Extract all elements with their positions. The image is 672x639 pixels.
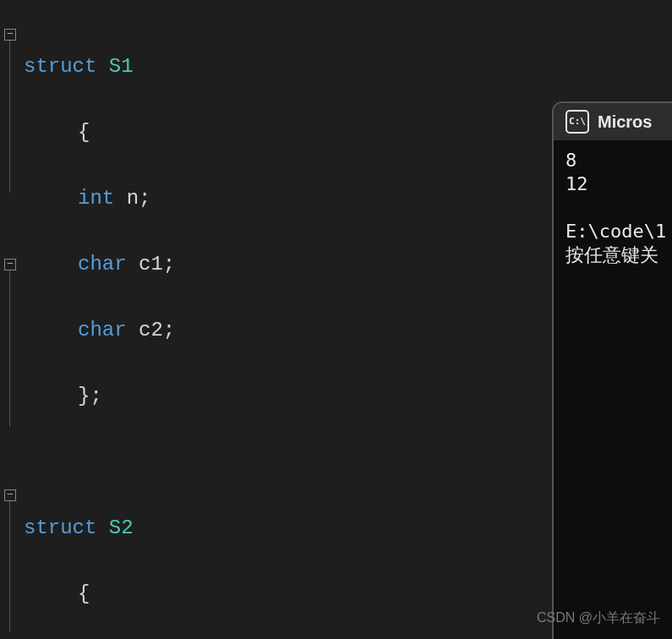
watermark: CSDN @小羊在奋斗	[537, 601, 660, 634]
tok-type-kw: char	[78, 253, 127, 276]
tok-keyword: struct	[24, 55, 96, 78]
fold-toggle-s2[interactable]: −	[4, 259, 16, 270]
tok-keyword: struct	[24, 516, 96, 539]
tok-type: S1	[109, 55, 134, 78]
out-line: 12	[565, 173, 588, 194]
tok-brace: {	[78, 121, 90, 144]
out-line: E:\code\1	[565, 221, 666, 242]
tok-type: S2	[109, 516, 134, 539]
out-line: 8	[565, 150, 576, 171]
tok-type-kw: char	[78, 319, 127, 341]
fold-toggle-main[interactable]: −	[4, 489, 16, 501]
fold-toggle-s1[interactable]: −	[4, 29, 16, 41]
fold-gutter: − − −	[0, 0, 20, 639]
tok-ident: c2	[139, 319, 163, 341]
tok-semi: ;	[163, 253, 175, 276]
tok-ident: n	[127, 187, 139, 210]
tok-brace: };	[78, 385, 102, 407]
fold-bar	[9, 41, 10, 193]
tok-semi: ;	[139, 187, 150, 210]
code-line: struct S1	[24, 50, 672, 83]
tok-type-kw: int	[78, 187, 114, 210]
terminal-output: 8 12 E:\code\1 按任意键关	[554, 140, 672, 267]
tok-brace: {	[78, 582, 90, 605]
out-line: 按任意键关	[565, 244, 658, 265]
terminal-title: Micros	[598, 110, 652, 134]
terminal-icon: C:\	[565, 110, 589, 134]
terminal-titlebar[interactable]: C:\ Micros	[554, 103, 672, 140]
terminal-window: C:\ Micros 8 12 E:\code\1 按任意键关	[552, 101, 672, 639]
fold-bar	[9, 270, 10, 427]
fold-bar	[9, 501, 10, 632]
tok-ident: c1	[139, 253, 163, 276]
tok-semi: ;	[163, 319, 175, 341]
